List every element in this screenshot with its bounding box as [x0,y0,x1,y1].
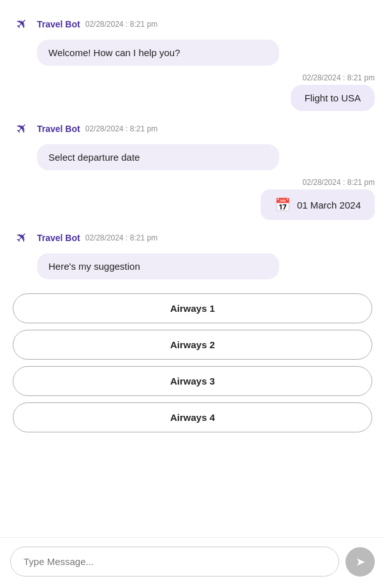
bot-bubble-3: Here's my suggestion [37,253,279,279]
plane-icon-2: ✈ [11,119,31,138]
bot-header-2: ✈ Travel Bot 02/28/2024 : 8:21 pm [10,117,375,140]
plane-icon: ✈ [11,14,31,34]
bot-timestamp-3: 02/28/2024 : 8:21 pm [85,233,157,242]
plane-icon-3: ✈ [11,228,31,247]
user-bubble-date: 📅 01 March 2024 [261,189,375,220]
user-timestamp-date: 02/28/2024 : 8:21 pm [303,178,375,187]
airways-btn-1[interactable]: Airways 1 [13,293,372,323]
bot-name-2: Travel Bot [37,124,80,134]
date-text: 01 March 2024 [297,200,361,210]
airways-list: Airways 1 Airways 2 Airways 3 Airways 4 [10,293,375,432]
bot-timestamp-2: 02/28/2024 : 8:21 pm [85,124,157,133]
input-area: ➤ [0,537,385,588]
bot-avatar: ✈ [10,13,33,36]
user-timestamp-1: 02/28/2024 : 8:21 pm [303,73,375,82]
user-bubble-1: Flight to USA [291,85,375,111]
user-message-date: 02/28/2024 : 8:21 pm 📅 01 March 2024 [10,178,375,220]
bot-header-3: ✈ Travel Bot 02/28/2024 : 8:21 pm [10,226,375,249]
bot-timestamp-1: 02/28/2024 : 8:21 pm [85,20,157,29]
calendar-icon: 📅 [275,197,291,212]
bot-name-3: Travel Bot [37,233,80,243]
airways-btn-2[interactable]: Airways 2 [13,330,372,360]
bot-message-3: ✈ Travel Bot 02/28/2024 : 8:21 pm Here's… [10,226,375,282]
user-message-1: 02/28/2024 : 8:21 pm Flight to USA [10,73,375,111]
send-icon: ➤ [356,555,365,569]
message-input[interactable] [10,547,339,577]
bot-name: Travel Bot [37,19,80,29]
bot-bubble-2: Select departure date [37,144,279,170]
bot-avatar-3: ✈ [10,226,33,249]
bot-header-1: ✈ Travel Bot 02/28/2024 : 8:21 pm [10,13,375,36]
chat-area: ✈ Travel Bot 02/28/2024 : 8:21 pm Welcom… [0,0,385,537]
bot-avatar-2: ✈ [10,117,33,140]
airways-btn-4[interactable]: Airways 4 [13,402,372,432]
bot-message-2: ✈ Travel Bot 02/28/2024 : 8:21 pm Select… [10,117,375,173]
send-button[interactable]: ➤ [345,547,375,577]
bot-message-1: ✈ Travel Bot 02/28/2024 : 8:21 pm Welcom… [10,13,375,68]
bot-bubble-1: Welcome! How can I help you? [37,40,279,66]
airways-btn-3[interactable]: Airways 3 [13,366,372,396]
